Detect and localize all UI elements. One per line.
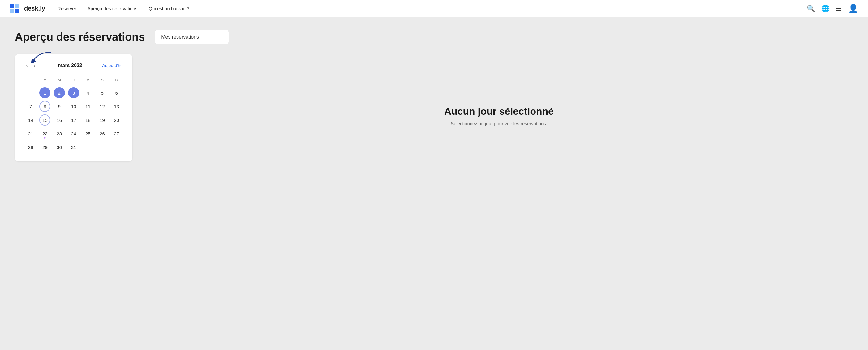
calendar-day-cell[interactable]: 24 — [66, 127, 81, 140]
logo[interactable]: desk.ly — [10, 4, 45, 13]
calendar-day-cell[interactable]: 13 — [110, 100, 124, 113]
empty-state-title: Aucun jour sélectionné — [444, 106, 554, 117]
col-header-s: S — [95, 76, 109, 86]
logo-text: desk.ly — [24, 5, 45, 12]
dropdown-label: Mes réservations — [161, 34, 199, 40]
col-header-d: D — [110, 76, 124, 86]
dropdown-arrow-icon: ↓ — [220, 34, 222, 40]
calendar-day-cell[interactable]: 31 — [66, 140, 81, 154]
col-header-l: L — [24, 76, 38, 86]
col-header-v: V — [81, 76, 95, 86]
calendar-day-cell[interactable]: 19 — [95, 113, 109, 127]
calendar-day-cell[interactable]: 17 — [66, 113, 81, 127]
calendar-grid: L M M J V S D 12345678910111213141516171… — [24, 76, 124, 154]
calendar-day-cell — [81, 140, 95, 154]
right-panel: Aucun jour sélectionné Sélectionnez un j… — [145, 54, 853, 178]
calendar-week-row: 14151617181920 — [24, 113, 124, 127]
calendar-day-cell — [24, 86, 38, 100]
calendar-day-cell[interactable]: 27 — [110, 127, 124, 140]
nav-right: 🔍 🌐 ☰ 👤 — [807, 4, 858, 13]
calendar-day-cell[interactable]: 15 — [38, 113, 52, 127]
calendar-day-cell[interactable]: 9 — [52, 100, 66, 113]
calendar-day-cell[interactable]: 1 — [38, 86, 52, 100]
calendar-day-cell[interactable]: 7 — [24, 100, 38, 113]
nav-link-apercu[interactable]: Aperçu des réservations — [88, 6, 138, 11]
calendar-day-cell[interactable]: 3 — [66, 86, 81, 100]
calendar-day-cell[interactable]: 25 — [81, 127, 95, 140]
calendar-day-cell[interactable]: 11 — [81, 100, 95, 113]
calendar-day-cell[interactable]: 10 — [66, 100, 81, 113]
calendar-day-cell[interactable]: 8 — [38, 100, 52, 113]
user-avatar[interactable]: 👤 — [848, 4, 858, 13]
col-header-j: J — [66, 76, 81, 86]
calendar-day-cell[interactable]: 16 — [52, 113, 66, 127]
empty-state-subtitle: Sélectionnez un jour pour voir les réser… — [444, 121, 554, 126]
calendar-card: ‹ › mars 2022 Aujourd'hui L M M J V — [15, 54, 132, 161]
calendar-day-cell[interactable]: 21 — [24, 127, 38, 140]
calendar-day-cell[interactable]: 6 — [110, 86, 124, 100]
reservations-dropdown[interactable]: Mes réservations ↓ — [155, 30, 229, 44]
calendar-day-cell[interactable]: 2 — [52, 86, 66, 100]
menu-icon[interactable]: ☰ — [836, 5, 842, 13]
annotation-area: ‹ › mars 2022 Aujourd'hui L M M J V — [15, 54, 132, 161]
lower-row: ‹ › mars 2022 Aujourd'hui L M M J V — [15, 54, 853, 178]
calendar-day-cell[interactable]: 20 — [110, 113, 124, 127]
calendar-day-cell[interactable]: 4 — [81, 86, 95, 100]
arrow-annotation — [30, 51, 55, 63]
calendar-day-cell[interactable]: 18 — [81, 113, 95, 127]
calendar-day-cell[interactable]: 30 — [52, 140, 66, 154]
calendar-day-cell — [95, 140, 109, 154]
calendar-week-row: 28293031 — [24, 140, 124, 154]
calendar-day-cell[interactable]: 14 — [24, 113, 38, 127]
page-header-row: Aperçu des réservations Mes réservations… — [15, 30, 853, 44]
calendar-day-cell[interactable]: 22 — [38, 127, 52, 140]
calendar-day-cell[interactable]: 29 — [38, 140, 52, 154]
month-label: mars 2022 — [58, 63, 82, 68]
nav-links: Réserver Aperçu des réservations Qui est… — [58, 6, 807, 11]
calendar-day-cell[interactable]: 26 — [95, 127, 109, 140]
main-content: Aperçu des réservations Mes réservations… — [0, 17, 868, 190]
calendar-week-row: 123456 — [24, 86, 124, 100]
globe-icon[interactable]: 🌐 — [821, 5, 830, 13]
calendar-day-cell[interactable]: 12 — [95, 100, 109, 113]
calendar-day-cell[interactable]: 5 — [95, 86, 109, 100]
nav-link-reserver[interactable]: Réserver — [58, 6, 76, 11]
search-icon[interactable]: 🔍 — [807, 5, 815, 13]
calendar-day-cell — [110, 140, 124, 154]
calendar-week-row: 21222324252627 — [24, 127, 124, 140]
calendar-header-row: L M M J V S D — [24, 76, 124, 86]
today-button[interactable]: Aujourd'hui — [102, 63, 124, 68]
col-header-m1: M — [38, 76, 52, 86]
prev-month-button[interactable]: ‹ — [24, 62, 30, 70]
calendar-week-row: 78910111213 — [24, 100, 124, 113]
navbar: desk.ly Réserver Aperçu des réservations… — [0, 0, 868, 17]
calendar-day-cell[interactable]: 23 — [52, 127, 66, 140]
page-title: Aperçu des réservations — [15, 31, 145, 43]
calendar-day-cell[interactable]: 28 — [24, 140, 38, 154]
col-header-m2: M — [52, 76, 66, 86]
nav-link-qui[interactable]: Qui est au bureau ? — [149, 6, 189, 11]
logo-icon — [10, 4, 21, 13]
empty-state: Aucun jour sélectionné Sélectionnez un j… — [444, 106, 554, 126]
